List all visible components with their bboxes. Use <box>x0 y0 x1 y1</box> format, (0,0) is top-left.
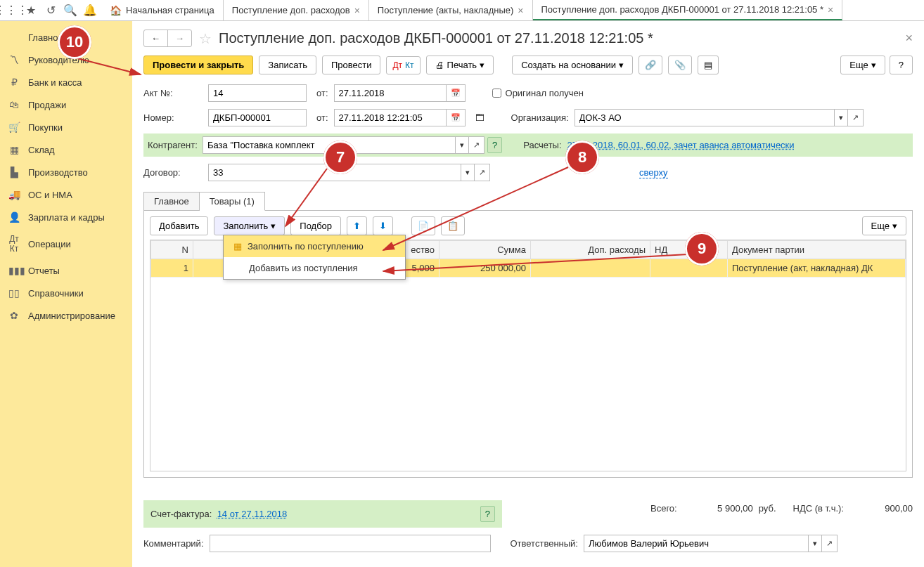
dropdown-icon[interactable]: ▾ <box>456 136 469 154</box>
sidebar-item-label: Продажи <box>28 100 66 110</box>
sidebar-item-catalogs[interactable]: ▯▯Справочники <box>0 282 132 304</box>
open-icon[interactable]: ↗ <box>822 535 838 552</box>
sidebar-item-manager[interactable]: 〽Руководителю <box>0 48 132 71</box>
original-received-checkbox[interactable] <box>492 89 501 98</box>
sidebar-item-admin[interactable]: ✿Администрирование <box>0 304 132 327</box>
fill-button[interactable]: Заполнить ▾ <box>214 216 285 235</box>
number-input[interactable] <box>208 109 307 126</box>
col-vat[interactable]: НД <box>650 241 728 259</box>
person-icon: 👤 <box>8 211 20 223</box>
contragent-help-button[interactable]: ? <box>487 137 502 153</box>
move-up-button[interactable]: ⬆ <box>347 216 367 235</box>
act-number-input[interactable] <box>208 84 307 102</box>
topbar-quick-icons: ⋮⋮⋮ ★ ↺ 🔍 🔔 <box>0 0 101 20</box>
fill-by-receipt-item[interactable]: ▦ Заполнить по поступлению <box>224 235 405 257</box>
col-extra[interactable]: Доп. расходы <box>531 241 650 259</box>
cell-extra <box>531 259 650 278</box>
tab-current-doc[interactable]: Поступление доп. расходов ДКБП-000001 от… <box>533 0 843 20</box>
tab-label: Поступление доп. расходов ДКБП-000001 от… <box>541 4 824 15</box>
contract-input[interactable] <box>208 164 461 181</box>
sidebar-item-warehouse[interactable]: ▦Склад <box>0 138 132 161</box>
organization-label: Организация: <box>511 112 569 123</box>
sidebar-item-bank[interactable]: ₽Банк и касса <box>0 71 132 93</box>
sidebar-item-reports[interactable]: ▮▮▮Отчеты <box>0 259 132 282</box>
tab-main[interactable]: Главное <box>143 192 200 211</box>
dropdown-icon[interactable]: ▾ <box>461 164 475 181</box>
dropdown-icon[interactable]: ▾ <box>835 109 848 126</box>
sidebar-item-label: Покупки <box>28 122 63 133</box>
col-batch-doc[interactable]: Документ партии <box>728 241 906 259</box>
gear-icon: ✿ <box>8 310 20 321</box>
cart-icon: 🛒 <box>8 122 20 133</box>
home-icon: 🏠 <box>110 5 122 16</box>
related-button[interactable]: 🔗 <box>639 56 662 74</box>
sidebar-item-label: Главное <box>28 32 63 43</box>
print-button[interactable]: 🖨 Печать ▾ <box>426 56 494 74</box>
apps-icon[interactable]: ⋮⋮⋮ <box>4 3 19 18</box>
col-n[interactable]: N <box>151 241 193 259</box>
contract-label: Договор: <box>143 167 203 178</box>
sidebar-item-assets[interactable]: 🚚ОС и НМА <box>0 183 132 206</box>
help-button[interactable]: ? <box>890 56 913 74</box>
select-button[interactable]: Подбор <box>290 216 341 235</box>
organization-input[interactable] <box>575 109 835 126</box>
sidebar-item-operations[interactable]: ДтКтОперации <box>0 228 132 259</box>
chart-icon: 〽 <box>8 54 20 65</box>
sidebar-item-production[interactable]: ▙Производство <box>0 161 132 183</box>
tab-receipts-acts[interactable]: Поступление (акты, накладные) × <box>369 0 533 20</box>
move-down-button[interactable]: ⬇ <box>373 216 393 235</box>
more-button[interactable]: Еще ▾ <box>840 56 885 74</box>
tab-receipts-extra[interactable]: Поступление доп. расходов × <box>224 0 369 20</box>
sidebar-item-main[interactable]: Главное <box>0 27 132 48</box>
history-icon[interactable]: ↺ <box>43 3 58 18</box>
close-document-button[interactable]: × <box>905 31 913 46</box>
post-and-close-button[interactable]: Провести и закрыть <box>143 56 253 74</box>
more-label: Еще <box>849 60 868 70</box>
add-from-receipt-item[interactable]: Добавить из поступления <box>224 257 405 279</box>
act-date-input[interactable] <box>334 84 447 102</box>
sidebar-item-sales[interactable]: 🛍Продажи <box>0 93 132 116</box>
post-button[interactable]: Провести <box>322 56 381 74</box>
tab-home[interactable]: 🏠 Начальная страница <box>101 0 224 20</box>
number-date-input[interactable] <box>334 109 447 126</box>
back-button[interactable]: ← <box>144 30 168 46</box>
close-icon[interactable]: × <box>354 5 360 16</box>
add-row-button[interactable]: Добавить <box>150 216 208 235</box>
search-icon[interactable]: 🔍 <box>63 3 78 18</box>
sidebar-item-purchases[interactable]: 🛒Покупки <box>0 116 132 138</box>
attach-button[interactable]: 📎 <box>668 56 692 74</box>
col-sum[interactable]: Сумма <box>439 241 531 259</box>
tab-goods[interactable]: Товары (1) <box>200 192 265 211</box>
sidebar-item-hr[interactable]: 👤Зарплата и кадры <box>0 206 132 228</box>
close-icon[interactable]: × <box>828 4 833 15</box>
more-label: Еще <box>871 221 890 231</box>
comment-input[interactable] <box>210 535 491 552</box>
from-label-2: от: <box>316 112 328 123</box>
calculations-link[interactable]: 27.11.2018, 60.01, 60.02, зачет аванса а… <box>567 140 795 150</box>
contragent-input[interactable] <box>203 136 456 154</box>
calendar-icon[interactable]: 📅 <box>447 84 466 102</box>
goods-tab-body: Добавить Заполнить ▾ Подбор ⬆ ⬇ 📄 📋 Еще … <box>143 210 913 478</box>
open-icon[interactable]: ↗ <box>469 136 485 154</box>
goods-more-button[interactable]: Еще ▾ <box>862 216 906 235</box>
notifications-icon[interactable]: 🔔 <box>82 3 98 18</box>
invoice-help-button[interactable]: ? <box>480 506 495 522</box>
save-button[interactable]: Записать <box>259 56 316 74</box>
report-button[interactable]: ▤ <box>698 56 719 74</box>
open-icon[interactable]: ↗ <box>475 164 490 181</box>
create-on-basis-button[interactable]: Создать на основании ▾ <box>512 56 633 74</box>
dropdown-icon[interactable]: ▾ <box>809 535 822 552</box>
dtkt-button[interactable]: ДтКт <box>386 56 420 74</box>
paste-button[interactable]: 📋 <box>441 216 465 235</box>
forward-button[interactable]: → <box>168 30 191 46</box>
favorite-icon[interactable]: ★ <box>23 3 39 18</box>
responsible-input[interactable] <box>584 535 809 552</box>
invoice-link[interactable]: 14 от 27.11.2018 <box>217 509 288 519</box>
calendar-icon[interactable]: 📅 <box>447 109 466 126</box>
copy-button[interactable]: 📄 <box>411 216 435 235</box>
mode-icon[interactable]: 🗔 <box>475 112 485 123</box>
vat-mode-link[interactable]: сверху <box>639 167 668 178</box>
favorite-toggle[interactable]: ☆ <box>199 30 212 47</box>
open-icon[interactable]: ↗ <box>848 109 864 126</box>
close-icon[interactable]: × <box>518 5 523 16</box>
